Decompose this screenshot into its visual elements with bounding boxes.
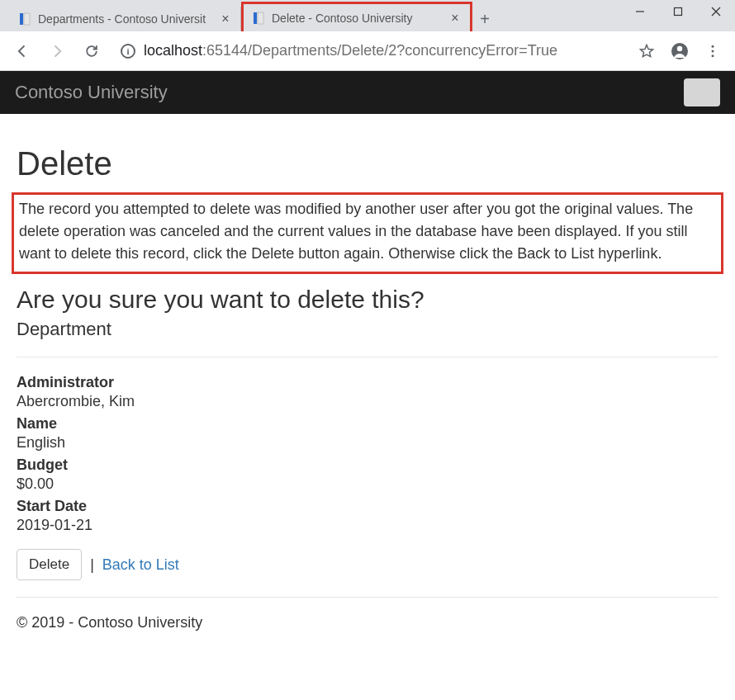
separator: | bbox=[90, 556, 94, 574]
svg-rect-1 bbox=[24, 13, 30, 25]
tab-close-icon[interactable]: × bbox=[219, 12, 232, 26]
svg-point-10 bbox=[712, 45, 714, 47]
site-info-icon[interactable]: i bbox=[121, 44, 135, 59]
back-to-list-link[interactable]: Back to List bbox=[102, 556, 179, 574]
window-maximize-button[interactable] bbox=[659, 0, 697, 23]
browser-tab-1[interactable]: Delete - Contoso University × bbox=[241, 2, 472, 31]
browser-tabs: Departments - Contoso Universit × Delete… bbox=[0, 0, 497, 31]
tab-close-icon[interactable]: × bbox=[448, 12, 462, 25]
field-value: 2019-01-21 bbox=[17, 517, 718, 534]
field-label: Administrator bbox=[17, 374, 718, 391]
svg-point-11 bbox=[712, 50, 714, 52]
url-text: localhost:65144/Departments/Delete/2?con… bbox=[144, 42, 557, 59]
window-close-button[interactable] bbox=[697, 0, 735, 23]
svg-point-12 bbox=[712, 54, 714, 57]
page-heading: Delete bbox=[17, 145, 718, 182]
confirm-heading: Are you sure you want to delete this? bbox=[17, 286, 718, 314]
field-label: Name bbox=[17, 415, 718, 433]
tab-title: Delete - Contoso University bbox=[272, 12, 442, 25]
field-label: Start Date bbox=[17, 498, 718, 515]
divider bbox=[17, 357, 718, 357]
detail-list: Administrator Abercrombie, Kim Name Engl… bbox=[17, 374, 718, 534]
field-value: English bbox=[17, 434, 718, 452]
page-favicon-icon bbox=[18, 12, 31, 26]
tab-title: Departments - Contoso Universit bbox=[38, 12, 212, 26]
window-minimize-button[interactable] bbox=[621, 0, 659, 23]
bookmark-star-icon[interactable] bbox=[633, 37, 661, 65]
window-controls bbox=[621, 0, 735, 23]
reload-button[interactable] bbox=[78, 37, 106, 65]
form-actions: Delete | Back to List bbox=[17, 549, 718, 580]
toolbar-right bbox=[633, 37, 727, 65]
page-content: Delete The record you attempted to delet… bbox=[0, 114, 735, 631]
field-label: Budget bbox=[17, 456, 718, 474]
browser-titlebar: Departments - Contoso Universit × Delete… bbox=[0, 0, 735, 31]
svg-rect-2 bbox=[254, 12, 257, 24]
svg-rect-0 bbox=[20, 13, 23, 25]
kebab-menu-icon[interactable] bbox=[699, 37, 727, 65]
field-value: Abercrombie, Kim bbox=[17, 393, 718, 410]
svg-rect-3 bbox=[258, 12, 263, 24]
svg-rect-5 bbox=[675, 8, 682, 16]
field-value: $0.00 bbox=[17, 475, 718, 493]
concurrency-error-message: The record you attempted to delete was m… bbox=[12, 192, 723, 274]
footer-text: © 2019 - Contoso University bbox=[17, 614, 718, 631]
browser-toolbar: i localhost:65144/Departments/Delete/2?c… bbox=[0, 31, 735, 71]
page-favicon-icon bbox=[252, 12, 265, 25]
svg-point-9 bbox=[677, 45, 682, 50]
back-button[interactable] bbox=[8, 37, 36, 65]
divider bbox=[17, 597, 718, 598]
forward-button[interactable] bbox=[43, 37, 71, 65]
navbar-toggle-button[interactable] bbox=[684, 78, 720, 106]
url-host: localhost bbox=[144, 42, 202, 59]
app-navbar: Contoso University bbox=[0, 71, 735, 114]
delete-button[interactable]: Delete bbox=[17, 549, 82, 580]
brand-link[interactable]: Contoso University bbox=[15, 82, 168, 103]
browser-tab-0[interactable]: Departments - Contoso Universit × bbox=[10, 7, 241, 31]
profile-avatar-icon[interactable] bbox=[666, 37, 694, 65]
url-path: :65144/Departments/Delete/2?concurrencyE… bbox=[202, 42, 557, 59]
new-tab-button[interactable]: + bbox=[472, 7, 497, 31]
entity-name: Department bbox=[17, 319, 718, 340]
address-bar[interactable]: i localhost:65144/Departments/Delete/2?c… bbox=[112, 37, 626, 65]
